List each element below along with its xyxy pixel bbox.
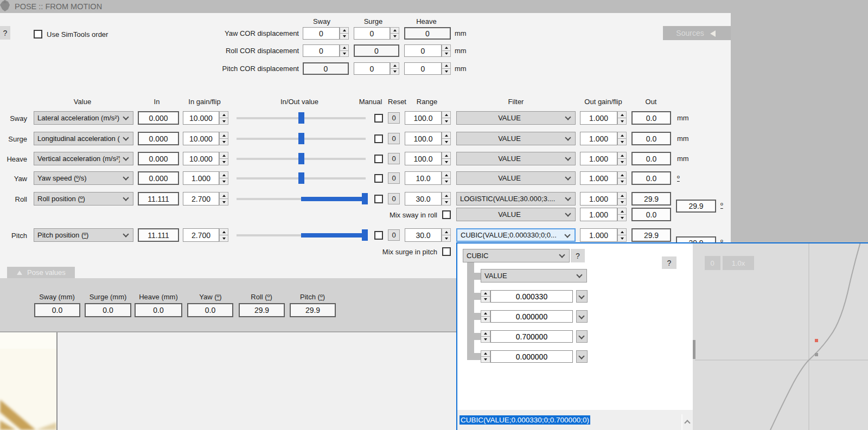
svg-text:0: 0 bbox=[710, 259, 714, 267]
svg-text:1.0x: 1.0x bbox=[732, 259, 745, 267]
